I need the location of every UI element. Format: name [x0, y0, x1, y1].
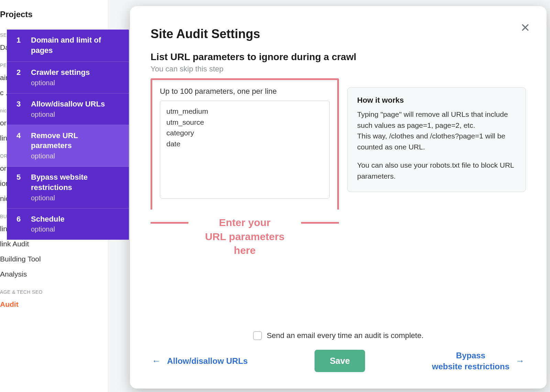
wizard-step-number: 4	[16, 131, 23, 140]
wizard-step-label: Schedule	[31, 215, 65, 223]
bg-sidebar-item[interactable]: Analysis	[0, 267, 108, 282]
bg-sidebar-item[interactable]: Audit	[0, 297, 108, 312]
wizard-step-1[interactable]: 1Domain and limit of pages	[7, 30, 129, 62]
wizard-step-label: Domain and limit of pages	[31, 36, 101, 55]
next-step-button[interactable]: Bypasswebsite restrictions →	[432, 350, 525, 371]
wizard-steps-nav: 1Domain and limit of pages2Crawler setti…	[7, 30, 129, 240]
prev-step-label: Allow/disallow URLs	[167, 356, 248, 366]
wizard-step-2[interactable]: 2Crawler settingsoptional	[7, 62, 129, 93]
projects-heading: Projects	[0, 7, 108, 25]
arrow-right-icon: →	[516, 356, 525, 366]
modal-title: Site Audit Settings	[151, 27, 526, 41]
how-it-works-p2: You can also use your robots.txt file to…	[357, 160, 516, 181]
wizard-step-optional: optional	[31, 111, 105, 119]
wizard-step-number: 1	[16, 35, 23, 45]
site-audit-settings-modal: Site Audit Settings List URL parameters …	[130, 6, 547, 389]
wizard-step-number: 5	[16, 172, 23, 182]
wizard-step-6[interactable]: 6Scheduleoptional	[7, 209, 129, 240]
wizard-step-optional: optional	[31, 152, 121, 160]
wizard-step-label: Allow/disallow URLs	[31, 100, 105, 108]
email-notify-checkbox[interactable]	[253, 331, 262, 340]
url-parameters-panel: Up to 100 parameters, one per line	[151, 78, 339, 210]
wizard-step-label: Crawler settings	[31, 68, 90, 77]
wizard-step-label: Bypass website restrictions	[31, 173, 88, 192]
url-parameters-textarea[interactable]	[160, 101, 330, 199]
wizard-step-number: 6	[16, 214, 23, 224]
modal-content: Site Audit Settings List URL parameters …	[151, 27, 526, 378]
how-it-works-title: How it works	[357, 96, 516, 105]
annotation-text: Enter yourURL parametershere	[205, 216, 284, 258]
how-it-works-box: How it works Typing "page" will remove a…	[347, 87, 526, 192]
parameters-hint: Up to 100 parameters, one per line	[160, 87, 330, 96]
next-step-label: Bypasswebsite restrictions	[432, 350, 509, 371]
email-notify-label: Send an email every time an audit is com…	[267, 331, 424, 340]
wizard-step-3[interactable]: 3Allow/disallow URLsoptional	[7, 93, 129, 125]
arrow-left-icon: ←	[152, 356, 161, 366]
wizard-step-5[interactable]: 5Bypass website restrictionsoptional	[7, 167, 129, 208]
how-it-works-p1: Typing "page" will remove all URLs that …	[357, 109, 516, 152]
wizard-step-number: 3	[16, 99, 23, 109]
modal-footer: Send an email every time an audit is com…	[151, 324, 526, 378]
wizard-step-number: 2	[16, 67, 23, 77]
bg-sidebar-item[interactable]: Building Tool	[0, 251, 108, 267]
wizard-step-optional: optional	[31, 194, 121, 202]
section-title: List URL parameters to ignore during a c…	[151, 52, 526, 63]
wizard-step-optional: optional	[31, 225, 65, 233]
wizard-step-label: Remove URL parameters	[31, 131, 78, 150]
wizard-step-optional: optional	[31, 79, 90, 87]
annotation-callout: Enter yourURL parametershere	[151, 216, 339, 258]
prev-step-button[interactable]: ← Allow/disallow URLs	[152, 356, 248, 366]
save-button[interactable]: Save	[315, 350, 365, 372]
section-subtitle: You can skip this step	[151, 65, 526, 74]
bg-group-label: AGE & TECH SEO	[0, 282, 108, 297]
wizard-step-4[interactable]: 4Remove URL parametersoptional	[7, 125, 129, 167]
